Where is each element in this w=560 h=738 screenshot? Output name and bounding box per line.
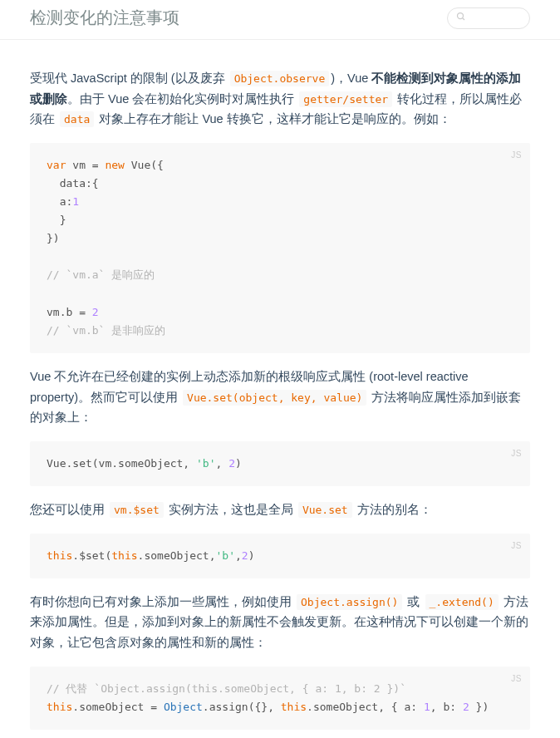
code-getter-setter: getter/setter	[299, 91, 392, 107]
text: 受现代 JavaScript 的限制 (以及废弃	[30, 71, 228, 85]
code-object-observe: Object.observe	[230, 71, 330, 86]
text: 实例方法，这也是全局	[165, 503, 297, 516]
code-lang-label: JS	[511, 672, 522, 686]
paragraph-object-assign: 有时你想向已有对象上添加一些属性，例如使用 Object.assign() 或 …	[30, 592, 530, 653]
code-vm-set: vm.$set	[110, 502, 164, 518]
code-lang-label: JS	[511, 539, 522, 553]
code-content: this.$set(this.someObject,'b',2)	[47, 547, 513, 565]
code-block-2: JS Vue.set(vm.someObject, 'b', 2)	[30, 441, 530, 486]
paragraph-vm-set: 您还可以使用 vm.$set 实例方法，这也是全局 Vue.set 方法的别名：	[30, 499, 530, 520]
code-object-assign: Object.assign()	[297, 594, 402, 610]
code-vue-set: Vue.set	[298, 502, 352, 518]
search-input[interactable]	[471, 12, 521, 24]
text: )，Vue	[331, 71, 371, 85]
code-extend: _.extend()	[425, 594, 499, 610]
code-content: // 代替 `Object.assign(this.someObject, { …	[47, 680, 513, 716]
text: 有时你想向已有对象上添加一些属性，例如使用	[30, 595, 295, 608]
code-block-3: JS this.$set(this.someObject,'b',2)	[30, 534, 530, 578]
text: 对象上存在才能让 Vue 转换它，这样才能让它是响应的。例如：	[96, 112, 450, 125]
code-data: data	[60, 111, 94, 127]
code-content: Vue.set(vm.someObject, 'b', 2)	[47, 455, 513, 473]
paragraph-intro: 受现代 JavaScript 的限制 (以及废弃 Object.observe)…	[30, 68, 530, 130]
text: 方法的别名：	[354, 503, 432, 516]
svg-point-0	[458, 13, 464, 19]
search-icon	[456, 12, 466, 24]
paragraph-vue-set: Vue 不允许在已经创建的实例上动态添加新的根级响应式属性 (root-leve…	[30, 367, 530, 428]
text: 。由于 Vue 会在初始化实例时对属性执行	[67, 92, 297, 106]
code-block-1: JS var vm = new Vue({ data:{ a:1 } }) //…	[30, 143, 530, 353]
code-content: var vm = new Vue({ data:{ a:1 } }) // `v…	[47, 156, 513, 340]
page-header: 检测变化的注意事项	[0, 0, 560, 40]
page-title: 检测变化的注意事项	[30, 7, 179, 29]
main-content: 受现代 JavaScript 的限制 (以及废弃 Object.observe)…	[0, 40, 560, 738]
code-block-4: JS // 代替 `Object.assign(this.someObject,…	[30, 667, 530, 730]
text: 或	[404, 595, 423, 608]
code-vue-set-sig: Vue.set(object, key, value)	[183, 390, 366, 406]
code-lang-label: JS	[511, 446, 522, 460]
code-lang-label: JS	[511, 148, 522, 162]
search-box[interactable]	[447, 7, 530, 29]
svg-line-1	[463, 18, 465, 21]
text: 您还可以使用	[30, 503, 108, 516]
